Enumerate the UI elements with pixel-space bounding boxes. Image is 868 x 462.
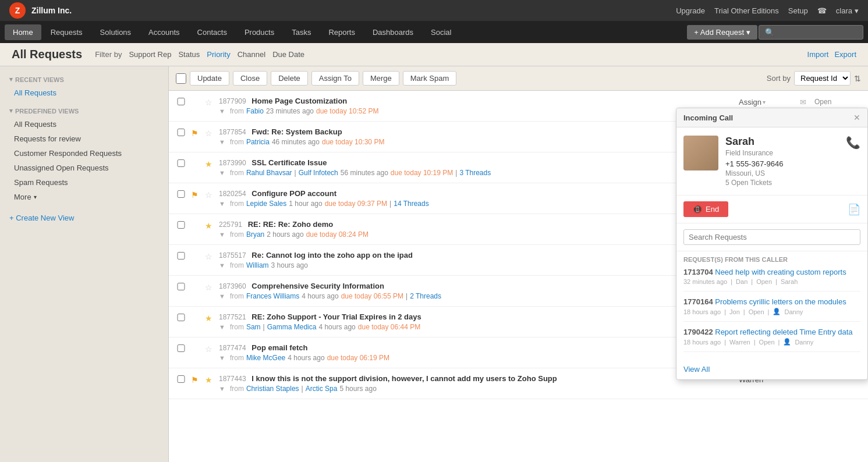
star-icon[interactable]: ★ (205, 159, 214, 169)
star-icon[interactable]: ★ (205, 314, 214, 323)
filter-priority[interactable]: Priority (207, 50, 230, 59)
request-title[interactable]: Home Page Customization (251, 97, 347, 105)
from-company[interactable]: Gamma Medica (267, 323, 317, 331)
row-checkbox[interactable] (176, 375, 186, 383)
caller-request-title[interactable]: Problems cyrillic letters on the modules (715, 297, 846, 306)
assign-button[interactable]: Assign ▾ (739, 98, 766, 106)
star-icon[interactable]: ☆ (205, 283, 214, 292)
nav-home[interactable]: Home (5, 24, 41, 40)
nav-accounts[interactable]: Accounts (140, 24, 187, 40)
star-icon[interactable]: ☆ (205, 98, 214, 107)
add-request-button[interactable]: + Add Request ▾ (687, 25, 757, 40)
filter-status[interactable]: Status (178, 50, 200, 59)
from-contact[interactable]: Fabio (246, 107, 264, 115)
star-icon[interactable]: ☆ (205, 129, 214, 138)
request-title[interactable]: Configure POP account (251, 189, 336, 198)
search-requests-input[interactable] (683, 229, 860, 245)
row-checkbox[interactable] (176, 190, 186, 198)
threads[interactable]: 2 Threads (410, 292, 441, 300)
request-title[interactable]: RE: Zoho Support - Your Trial Expires in… (251, 312, 421, 321)
row-checkbox[interactable] (176, 314, 186, 321)
trial-link[interactable]: Trial Other Editions (714, 6, 779, 15)
threads[interactable]: 3 Threads (459, 169, 491, 177)
expand-icon[interactable]: ▼ (219, 324, 225, 330)
request-title[interactable]: Fwd: Re: System Backup (251, 127, 342, 136)
user-dropdown-icon[interactable]: ▾ (855, 6, 859, 15)
sidebar-item-all-requests-recent[interactable]: All Requests (0, 86, 168, 100)
end-call-button[interactable]: 📵 End (683, 201, 728, 217)
from-contact[interactable]: Frances Williams (246, 292, 299, 300)
nav-products[interactable]: Products (236, 24, 282, 40)
request-title[interactable]: RE: RE: Re: Zoho demo (248, 220, 334, 229)
threads[interactable]: 14 Threads (394, 200, 429, 208)
row-checkbox[interactable] (176, 252, 186, 260)
from-contact[interactable]: Patricia (246, 138, 270, 146)
from-company[interactable]: Gulf Infotech (299, 169, 338, 177)
nav-contacts[interactable]: Contacts (189, 24, 235, 40)
nav-social[interactable]: Social (423, 24, 459, 40)
import-link[interactable]: Import (807, 50, 829, 59)
setup-link[interactable]: Setup (788, 6, 808, 15)
row-checkbox[interactable] (176, 344, 186, 352)
from-contact[interactable]: Sam (246, 323, 261, 331)
filter-channel[interactable]: Channel (238, 50, 265, 59)
expand-icon[interactable]: ▼ (219, 293, 225, 300)
upgrade-link[interactable]: Upgrade (676, 6, 705, 15)
star-icon[interactable]: ★ (205, 375, 214, 385)
select-all-checkbox[interactable] (176, 73, 186, 84)
nav-requests[interactable]: Requests (42, 24, 91, 40)
caller-request-title[interactable]: Report reflecting deleted Time Entry dat… (715, 328, 852, 336)
request-title[interactable]: SSL Certificate Issue (251, 158, 327, 167)
nav-dashboards[interactable]: Dashboards (364, 24, 421, 40)
sidebar-item-all-requests[interactable]: All Requests (0, 117, 168, 132)
star-icon[interactable]: ☆ (205, 190, 214, 200)
note-icon[interactable]: 📄 (848, 203, 860, 216)
row-checkbox[interactable] (176, 98, 186, 105)
export-link[interactable]: Export (834, 50, 856, 59)
assign-to-button[interactable]: Assign To (311, 71, 359, 86)
nav-solutions[interactable]: Solutions (92, 24, 139, 40)
from-contact[interactable]: Mike McGee (246, 354, 285, 362)
request-title[interactable]: Comprehensive Security Information (251, 282, 384, 290)
from-contact[interactable]: William (246, 261, 269, 269)
close-button[interactable]: Close (233, 71, 267, 86)
sidebar-item-spam[interactable]: Spam Requests (0, 175, 168, 190)
delete-button[interactable]: Delete (271, 71, 308, 86)
expand-icon[interactable]: ▼ (219, 262, 225, 269)
sidebar-item-unassigned-open[interactable]: Unassigned Open Requests (0, 161, 168, 175)
expand-icon[interactable]: ▼ (219, 169, 225, 176)
mark-spam-button[interactable]: Mark Spam (403, 71, 456, 86)
create-new-view-button[interactable]: + Create New View (0, 209, 168, 225)
expand-icon[interactable]: ▼ (219, 231, 225, 238)
nav-tasks[interactable]: Tasks (284, 24, 319, 40)
sidebar-item-customer-responded[interactable]: Customer Responded Requests (0, 146, 168, 161)
request-title[interactable]: Re: Cannot log into the zoho app on the … (251, 251, 413, 260)
sort-select[interactable]: Request Id Subject Date Priority (794, 71, 851, 86)
expand-icon[interactable]: ▼ (219, 138, 225, 145)
caller-request-title[interactable]: Need help with creating custom reports (715, 268, 846, 276)
view-all-link[interactable]: View All (676, 363, 867, 379)
row-checkbox[interactable] (176, 221, 186, 229)
update-button[interactable]: Update (190, 71, 229, 86)
sidebar-more-button[interactable]: More ▾ (0, 190, 168, 204)
sidebar-item-requests-review[interactable]: Requests for review (0, 132, 168, 146)
from-contact[interactable]: Rahul Bhavsar (246, 169, 292, 177)
nav-search-input[interactable] (759, 25, 863, 40)
filter-support-rep[interactable]: Support Rep (129, 50, 171, 59)
star-icon[interactable]: ★ (205, 221, 214, 230)
from-contact[interactable]: Christian Staples (246, 385, 299, 393)
expand-icon[interactable]: ▼ (219, 385, 225, 392)
expand-icon[interactable]: ▼ (219, 354, 225, 361)
merge-button[interactable]: Merge (363, 71, 399, 86)
close-panel-button[interactable]: ✕ (853, 113, 860, 122)
expand-icon[interactable]: ▼ (219, 200, 225, 207)
row-checkbox[interactable] (176, 159, 186, 167)
star-icon[interactable]: ☆ (205, 344, 214, 354)
request-title[interactable]: Pop email fetch (251, 343, 307, 352)
from-contact[interactable]: Lepide Sales (246, 200, 286, 208)
nav-reports[interactable]: Reports (320, 24, 363, 40)
expand-icon[interactable]: ▼ (219, 108, 225, 115)
from-company[interactable]: Arctic Spa (306, 385, 338, 393)
row-checkbox[interactable] (176, 129, 186, 136)
sort-direction-icon[interactable]: ⇅ (854, 74, 861, 83)
